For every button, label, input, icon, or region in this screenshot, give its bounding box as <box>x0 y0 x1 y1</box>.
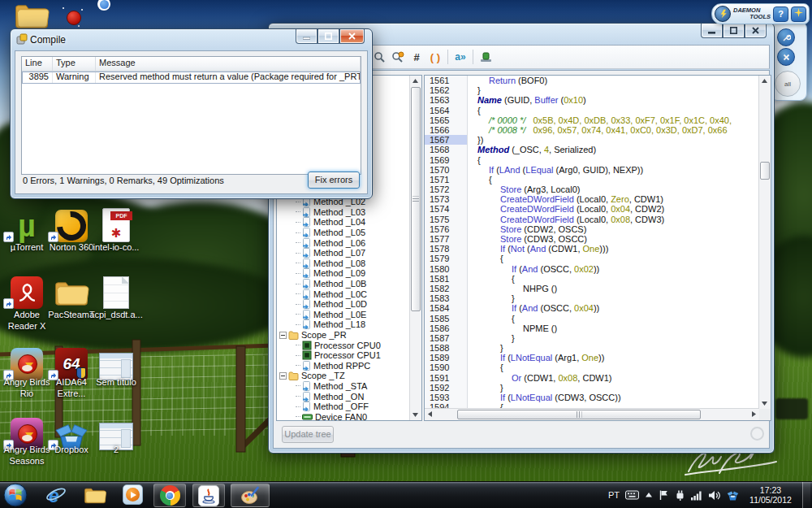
minimize-button[interactable] <box>701 24 723 38</box>
taskbar-chrome-button[interactable] <box>153 484 186 507</box>
code-horizontal-scrollbar[interactable] <box>425 408 759 420</box>
show-hidden-icons-button[interactable] <box>645 492 653 498</box>
line-number[interactable]: 1592 <box>425 383 468 393</box>
font-icon[interactable]: a» <box>454 49 467 65</box>
code-line-1589[interactable]: 1589If (LNotEqual (Arg1, One)) <box>425 353 759 363</box>
line-number[interactable]: 1572 <box>425 185 468 194</box>
scroll-up-icon[interactable] <box>410 76 421 86</box>
tree-item-method-sta[interactable]: Method _STA <box>277 381 410 392</box>
tree-item-device-fan0[interactable]: Device FAN0 <box>277 411 410 420</box>
search-icon[interactable] <box>373 49 386 65</box>
taskbar-windows-explorer[interactable] <box>83 486 107 506</box>
code-line-1566[interactable]: 1566/* 0008 */ 0x96, 0x57, 0x74, 0x41, 0… <box>425 125 759 135</box>
language-indicator[interactable]: PT <box>608 490 620 500</box>
code-line-1593[interactable]: 1593If (LNotEqual (CDW3, OSCC)) <box>425 393 759 402</box>
taskbar-paint-button[interactable] <box>231 484 270 507</box>
compile-messages-table[interactable]: LineTypeMessage 3895WarningReserved meth… <box>21 56 361 175</box>
code-line-1567[interactable]: 1567}) <box>425 135 759 145</box>
tree-item-method-l09[interactable]: Method _L09 <box>277 268 410 279</box>
scroll-down-icon[interactable] <box>410 410 421 420</box>
desktop-icon-adobe-reader-x[interactable]: AdobeReader X <box>2 275 52 309</box>
code-line-1588[interactable]: 1588} <box>425 343 759 353</box>
line-number[interactable]: 1590 <box>425 363 468 372</box>
code-line-1577[interactable]: 1577Store (CDW3, OSCC) <box>425 234 759 244</box>
line-number[interactable]: 1577 <box>425 234 468 244</box>
daemon-tools-widget[interactable]: DAEMON TOOLS ? <box>711 3 810 24</box>
volume-icon[interactable] <box>708 490 721 501</box>
line-number[interactable]: 1566 <box>425 125 468 135</box>
power-plug-icon[interactable] <box>674 489 685 501</box>
line-number[interactable]: 1568 <box>425 145 468 154</box>
tree-item-method-l06[interactable]: Method _L06 <box>277 237 410 248</box>
tree-item-method-l08[interactable]: Method _L08 <box>277 258 410 269</box>
line-number[interactable]: 1573 <box>425 194 468 204</box>
code-line-1569[interactable]: 1569{ <box>425 155 759 165</box>
line-number[interactable]: 1574 <box>425 204 468 214</box>
line-number[interactable]: 1564 <box>425 106 468 115</box>
code-hscroll-thumb[interactable] <box>457 410 701 419</box>
desktop-icon-sem-t-tulo[interactable]: Sem título <box>91 346 141 380</box>
line-number[interactable]: 1581 <box>425 274 468 284</box>
code-line-1570[interactable]: 1570If (LAnd (LEqual (Arg0, GUID), NEXP)… <box>425 165 759 175</box>
tree-item-method-l0e[interactable]: Method _L0E <box>277 310 410 320</box>
code-panel[interactable]: 1561Return (BOF0)1562}1563Name (GUID, Bu… <box>424 75 771 421</box>
tree-item-method-l04[interactable]: Method _L04 <box>277 217 410 228</box>
tree-item-scope-pr[interactable]: Scope _PR <box>277 330 410 341</box>
daemon-close-button[interactable] <box>777 48 795 66</box>
message-row[interactable]: 3895WarningReserved method must return a… <box>22 72 361 84</box>
line-number[interactable]: 1562 <box>425 85 468 95</box>
code-line-1574[interactable]: 1574CreateDWordField (Local0, 0x04, CDW2… <box>425 204 759 214</box>
code-line-1564[interactable]: 1564{ <box>425 106 759 115</box>
line-number[interactable]: 1571 <box>425 175 468 185</box>
code-line-1561[interactable]: 1561Return (BOF0) <box>425 76 759 85</box>
code-line-1568[interactable]: 1568Method (_OSC, 4, Serialized) <box>425 145 759 154</box>
tree-item-method-l0b[interactable]: Method _L0B <box>277 279 410 289</box>
code-vertical-scrollbar[interactable] <box>758 76 771 409</box>
network-signal-icon[interactable] <box>691 490 702 501</box>
minimize-button[interactable] <box>296 29 317 44</box>
start-button[interactable] <box>3 483 28 507</box>
daemon-install-button[interactable]: all <box>775 71 801 97</box>
taskbar-java-app-button[interactable] <box>192 484 225 507</box>
code-line-1575[interactable]: 1575CreateDWordField (Local0, 0x08, CDW3… <box>425 215 759 224</box>
desktop-icon-aida64-extre-[interactable]: 64AIDA64Extre... <box>46 346 97 380</box>
update-tree-button[interactable]: Update tree <box>282 426 334 443</box>
dropbox-tray-icon[interactable] <box>727 489 739 501</box>
line-number[interactable]: 1582 <box>425 284 468 293</box>
line-number[interactable]: 1575 <box>425 215 468 224</box>
code-line-1576[interactable]: 1576Store (CDW2, OSCS) <box>425 224 759 234</box>
code-line-1565[interactable]: 1565/* 0000 */ 0x5B, 0x4D, 0xDB, 0x33, 0… <box>425 115 759 125</box>
daemon-wrench-button[interactable] <box>777 28 795 46</box>
code-line-1580[interactable]: 1580If (And (OSCC, 0x02)) <box>425 264 759 274</box>
maximize-button[interactable] <box>723 24 745 38</box>
line-number[interactable]: 1580 <box>425 264 468 274</box>
column-header-line[interactable]: Line <box>22 57 53 71</box>
goto-line-icon[interactable]: # <box>410 49 423 65</box>
line-number[interactable]: 1565 <box>425 115 468 125</box>
stamp-icon[interactable] <box>479 49 492 65</box>
tree-item-method-off[interactable]: Method _OFF <box>277 402 410 412</box>
line-number[interactable]: 1589 <box>425 353 468 363</box>
code-line-1571[interactable]: 1571{ <box>425 175 759 185</box>
code-line-1592[interactable]: 1592} <box>425 383 759 393</box>
tree-scroll-thumb[interactable] <box>411 87 421 311</box>
scroll-up-icon[interactable] <box>759 76 770 86</box>
tree-item-method-l03[interactable]: Method _L03 <box>277 207 410 218</box>
fix-errors-button[interactable]: Fix errors <box>308 172 360 189</box>
line-number[interactable]: 1593 <box>425 393 468 402</box>
taskbar-internet-explorer[interactable]: e <box>45 485 67 506</box>
maximize-button[interactable] <box>317 29 339 44</box>
code-line-1578[interactable]: 1578If (Not (And (CDW1, One))) <box>425 244 759 254</box>
code-line-1583[interactable]: 1583} <box>425 293 759 303</box>
scroll-left-icon[interactable] <box>425 409 435 419</box>
show-desktop-button[interactable] <box>802 482 810 508</box>
code-line-1585[interactable]: 1585{ <box>425 314 759 323</box>
line-number[interactable]: 1588 <box>425 343 468 353</box>
code-lines[interactable]: 1561Return (BOF0)1562}1563Name (GUID, Bu… <box>425 76 759 409</box>
line-number[interactable]: 1570 <box>425 165 468 175</box>
taskbar-clock[interactable]: 17:23 11/05/2012 <box>745 485 797 506</box>
line-number[interactable]: 1586 <box>425 323 468 333</box>
tree-item-method-l0d[interactable]: Method _L0D <box>277 299 410 310</box>
scroll-right-icon[interactable] <box>749 409 759 419</box>
line-number[interactable]: 1578 <box>425 244 468 254</box>
